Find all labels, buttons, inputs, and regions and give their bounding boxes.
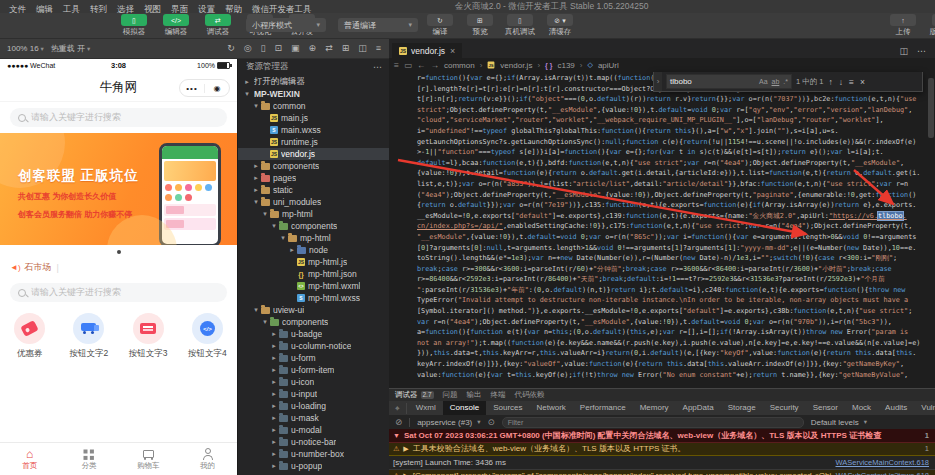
- menu-转到[interactable]: 转到: [85, 4, 112, 14]
- tree-item-mp-html.wxss[interactable]: Smp-html.wxss: [238, 292, 390, 304]
- hot-reload-toggle[interactable]: 热重载 开▾: [51, 43, 91, 54]
- close-tab-icon[interactable]: ×: [450, 46, 455, 56]
- notice-bar[interactable]: ◄) 石市场 |: [0, 258, 237, 277]
- tree-item-mp-html[interactable]: ▾mp-html: [238, 232, 390, 244]
- promo-banner[interactable]: 创客联盟 正版坑位 共创互惠 为你创造长久价值 创客会员服务翻倍 助力你赚不停: [0, 133, 237, 245]
- find-expand-icon[interactable]: ›: [654, 72, 662, 91]
- service-item-按钮文字3[interactable]: 按钮文字3: [119, 313, 178, 360]
- split-view-icon[interactable]: ◫: [358, 44, 367, 53]
- 预览-button[interactable]: ⊞预览: [464, 14, 496, 37]
- menu-界面[interactable]: 界面: [166, 4, 193, 14]
- tab-vendor-js[interactable]: JS vendor.js ×: [392, 43, 462, 58]
- source-link[interactable]: WASubContext.js?t=we.618: [836, 471, 929, 475]
- devtools-tab-Mock[interactable]: Mock: [845, 401, 878, 415]
- breadcrumb-item-file[interactable]: vendor.js: [500, 61, 532, 70]
- tree-item-u-icon[interactable]: ▸u-icon: [238, 376, 390, 388]
- split-editor-icon[interactable]: ◫: [899, 47, 908, 56]
- console-row-error[interactable]: ▼Sat Oct 07 2023 03:06:21 GMT+0800 (中国标准…: [389, 429, 935, 443]
- devtools-tab-Storage[interactable]: Storage: [721, 401, 763, 415]
- tree-item-components[interactable]: ▾components: [238, 316, 390, 328]
- log-levels-select[interactable]: Default levels ▾: [811, 418, 867, 427]
- 版本管理-button[interactable]: ⇅版本管理: [929, 14, 935, 37]
- tabbar-item-分类[interactable]: 分类: [59, 443, 118, 475]
- devtools-tab-Console[interactable]: Console: [443, 401, 486, 415]
- screenshot-icon[interactable]: ▣: [291, 44, 300, 53]
- panel-tab-终端[interactable]: 终端: [491, 390, 506, 400]
- tree-item-mp-html[interactable]: ▾mp-html: [238, 208, 390, 220]
- 模拟器-button[interactable]: ▯模拟器: [118, 14, 150, 37]
- devtools-tab-Network[interactable]: Network: [530, 401, 573, 415]
- panel-tab-问题[interactable]: 问题: [443, 390, 458, 400]
- expand-icon[interactable]: ▶: [403, 471, 408, 475]
- find-next-icon[interactable]: ↓: [838, 77, 844, 87]
- console-row-warn[interactable]: ⚠▶[Component] property "params" of "comp…: [389, 470, 935, 475]
- tree-item-mp-html.js[interactable]: JSmp-html.js: [238, 256, 390, 268]
- tree-item-main.js[interactable]: JSmain.js: [238, 112, 390, 124]
- menu-设置[interactable]: 设置: [193, 4, 220, 14]
- whole-word-icon[interactable]: ab: [772, 78, 780, 85]
- tree-item-components[interactable]: ▸components: [238, 160, 390, 172]
- menu-文件[interactable]: 文件: [4, 4, 31, 14]
- menu-视图[interactable]: 视图: [139, 4, 166, 14]
- devtools-tab-Sources[interactable]: Sources: [486, 401, 529, 415]
- zoom-level-select[interactable]: 100% 16▾: [7, 44, 44, 53]
- compare-icon[interactable]: ⇄: [325, 44, 333, 53]
- bookmark-icon[interactable]: ▭: [404, 60, 412, 70]
- search-input[interactable]: 请输入关键字进行搜索: [10, 108, 227, 127]
- console-row-log[interactable]: [system] Launch Time: 3436 msWAServiceMa…: [389, 456, 935, 470]
- tree-item-u-modal[interactable]: ▸u-modal: [238, 424, 390, 436]
- tabbar-item-购物车[interactable]: 购物车: [119, 443, 178, 475]
- tree-item-mp-html.json[interactable]: {}mp-html.json: [238, 268, 390, 280]
- phone-icon[interactable]: ▯: [261, 44, 266, 53]
- mode-select[interactable]: 小程序模式 ▾: [246, 18, 326, 32]
- tree-item-MP-WEIXIN[interactable]: ▾MP-WEIXIN: [238, 88, 390, 100]
- devtools-tab-Security[interactable]: Security: [763, 401, 806, 415]
- tree-item-u-popup[interactable]: ▸u-popup: [238, 460, 390, 472]
- more-actions-icon[interactable]: ⋯: [917, 47, 926, 56]
- list-icon[interactable]: ≡: [376, 44, 381, 53]
- menu-帮助[interactable]: 帮助: [220, 4, 247, 14]
- editor-scrollbar[interactable]: [928, 78, 934, 138]
- execution-context-select[interactable]: appservice (#3) ▾: [417, 418, 480, 427]
- 真机调试-button[interactable]: ▯真机调试: [504, 14, 536, 37]
- tree-item-runtime.js[interactable]: JSruntime.js: [238, 136, 390, 148]
- expand-icon[interactable]: ▶: [403, 444, 408, 454]
- breadcrumb-item-symbol[interactable]: c139: [557, 61, 574, 70]
- breadcrumb-item-folder[interactable]: common: [444, 61, 475, 70]
- regex-icon[interactable]: .*: [783, 78, 788, 85]
- tree-item-main.wxss[interactable]: Smain.wxss: [238, 124, 390, 136]
- devtools-tab-Sensor[interactable]: Sensor: [806, 401, 845, 415]
- tree-item-mp-html.wxml[interactable]: <>mp-html.wxml: [238, 280, 390, 292]
- grid-icon[interactable]: ⊞: [342, 44, 350, 53]
- search-input-2[interactable]: 请输入关键字进行搜索: [10, 283, 227, 302]
- zoom-icon[interactable]: ⊕: [309, 44, 317, 53]
- panel-tab-代码依赖[interactable]: 代码依赖: [515, 390, 545, 400]
- tree-item-u-column-notice[interactable]: ▸u-column-notice: [238, 340, 390, 352]
- record-icon[interactable]: ◎: [244, 44, 252, 53]
- devtools-tab-Wxml[interactable]: Wxml: [409, 401, 443, 415]
- code-content[interactable]: r=function(){var e={};if(Array.isArray(t…: [389, 73, 935, 388]
- panel-tab-输出[interactable]: 输出: [467, 390, 482, 400]
- find-input[interactable]: tlbobo Aa ab .*: [666, 74, 792, 89]
- 上传-button[interactable]: ↑上传: [887, 14, 919, 37]
- source-link[interactable]: WAServiceMainContext.618: [835, 458, 929, 468]
- menu-编辑[interactable]: 编辑: [31, 4, 58, 14]
- tree-item-u-form[interactable]: ▸u-form: [238, 352, 390, 364]
- 调试器-button[interactable]: ⇄调试器: [202, 14, 234, 37]
- nav-forward-icon[interactable]: →: [431, 60, 440, 70]
- devtools-tab-Memory[interactable]: Memory: [633, 401, 676, 415]
- service-item-按钮文字4[interactable]: </>按钮文字4: [178, 313, 237, 360]
- menu-工具[interactable]: 工具: [58, 4, 85, 14]
- menu-微信开发者工具[interactable]: 微信开发者工具: [247, 4, 317, 14]
- menu-选择[interactable]: 选择: [112, 4, 139, 14]
- tree-item-static[interactable]: ▸static: [238, 184, 390, 196]
- tree-item-u-notice-bar[interactable]: ▸u-notice-bar: [238, 436, 390, 448]
- tree-item-u-input[interactable]: ▸u-input: [238, 388, 390, 400]
- refresh-icon[interactable]: ↻: [227, 44, 235, 53]
- devtools-tab-Vulnerability[interactable]: Vulnerability: [914, 401, 935, 415]
- tree-item-pages[interactable]: ▸pages: [238, 172, 390, 184]
- find-previous-icon[interactable]: ↑: [828, 77, 834, 87]
- outline-icon[interactable]: ≡: [394, 60, 399, 70]
- nav-back-icon[interactable]: ←: [417, 60, 426, 70]
- tabbar-item-我的[interactable]: 我的: [178, 443, 237, 475]
